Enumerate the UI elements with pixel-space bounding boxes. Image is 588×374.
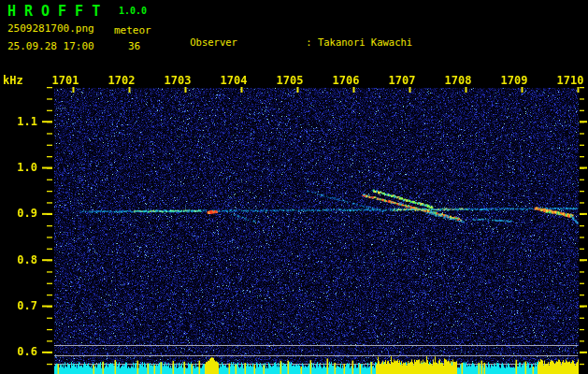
x-tick-label: 1708 bbox=[443, 74, 473, 87]
y-tick-label: 0.6 bbox=[13, 345, 37, 358]
x-tick-label: 1704 bbox=[219, 74, 249, 87]
x-tick-label: 1710 bbox=[555, 74, 585, 87]
x-tick-label: 1707 bbox=[387, 74, 417, 87]
y-tick-label: 1.0 bbox=[13, 161, 37, 174]
x-tick-label: 1705 bbox=[275, 74, 305, 87]
x-tick-label: 1703 bbox=[163, 74, 193, 87]
hrofft-window: { "header": { "app_title": "HROFFT", "ve… bbox=[0, 0, 588, 374]
x-tick-label: 1706 bbox=[331, 74, 361, 87]
y-tick-label: 0.9 bbox=[13, 207, 37, 220]
y-tick-label: 0.8 bbox=[13, 253, 37, 266]
y-tick-label: 1.1 bbox=[13, 115, 37, 128]
y-tick-label: 0.7 bbox=[13, 299, 37, 312]
x-tick-label: 1709 bbox=[499, 74, 529, 87]
y-axis-unit-label: kHz bbox=[3, 74, 23, 87]
x-tick-label: 1702 bbox=[107, 74, 136, 87]
spectrogram-canvas bbox=[0, 0, 588, 374]
x-tick-label: 1701 bbox=[50, 74, 80, 87]
